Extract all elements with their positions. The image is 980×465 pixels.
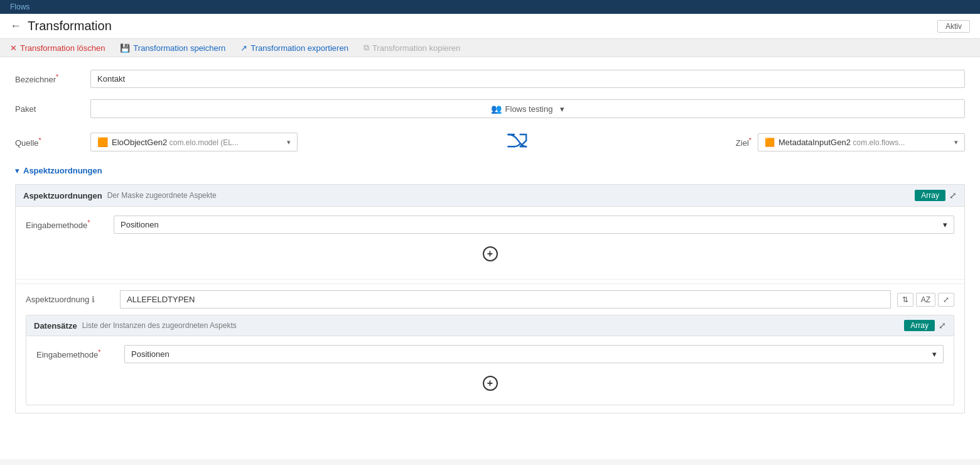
- datensaetze-expand-icon[interactable]: ⤢: [939, 320, 946, 331]
- section-toggle-icon: ▾: [15, 166, 19, 175]
- ziel-label: Ziel*: [736, 136, 751, 148]
- header: ← Transformation Aktiv: [0, 14, 980, 39]
- aspektzuordnungen-card-header: Aspektzuordnungen Der Maske zugeordnete …: [16, 185, 964, 207]
- source-target-row: Quelle* 🟧 EloObjectGen2 com.elo.model (E…: [15, 129, 965, 155]
- shuffle-icon: [504, 129, 529, 155]
- paket-row: Paket 👥 Flows testing ▾: [15, 99, 965, 118]
- delete-label: Transformation löschen: [20, 43, 105, 53]
- aktiv-badge[interactable]: Aktiv: [937, 20, 970, 33]
- flows-link[interactable]: Flows: [10, 3, 30, 11]
- ziel-icon: 🟧: [765, 138, 775, 147]
- card-subtitle: Der Maske zugeordnete Aspekte: [107, 191, 217, 200]
- copy-label: Transformation kopieren: [372, 43, 460, 53]
- aspektzuordnung-label: Aspektzuordnung ℹ: [26, 295, 114, 304]
- datensaetze-eingabemethode-value: Positionen: [131, 349, 170, 359]
- paket-selector[interactable]: 👥 Flows testing ▾: [90, 99, 965, 118]
- ziel-chevron: ▾: [954, 138, 958, 146]
- expand-aspekt-button[interactable]: ⤢: [938, 293, 954, 307]
- datensaetze-add-btn-row: +: [36, 371, 944, 396]
- quelle-selector[interactable]: 🟧 EloObjectGen2 com.elo.model (EL... ▾: [90, 133, 298, 151]
- save-icon: 💾: [120, 43, 130, 53]
- transform-center: [298, 129, 736, 155]
- page-title: Transformation: [28, 19, 112, 33]
- eingabemethode-label: Eingabemethode*: [26, 219, 114, 230]
- datensaetze-body: Eingabemethode* Positionen ▾ +: [26, 336, 954, 405]
- ziel-selector[interactable]: 🟧 MetadataInputGen2 com.elo.flows... ▾: [758, 133, 965, 151]
- datensaetze-header-left: Datensätze Liste der Instanzen des zugeo…: [34, 321, 237, 331]
- datensaetze-header: Datensätze Liste der Instanzen des zugeo…: [26, 315, 954, 336]
- az-button[interactable]: AZ: [916, 293, 935, 307]
- top-bar: Flows: [0, 0, 980, 14]
- card-body: Eingabemethode* Positionen ▾ +: [16, 207, 964, 275]
- back-button[interactable]: ←: [10, 19, 21, 33]
- datensaetze-eingabemethode-label: Eingabemethode*: [36, 348, 124, 359]
- card-header-right: Array ⤢: [915, 190, 957, 201]
- card-header-left: Aspektzuordnungen Der Maske zugeordnete …: [23, 191, 217, 200]
- bezeichner-label: Bezeichner*: [15, 73, 90, 84]
- save-button[interactable]: 💾 Transformation speichern: [120, 43, 225, 53]
- paket-value: Flows testing: [505, 104, 553, 114]
- add-btn-row: +: [26, 241, 954, 266]
- eingabemethode-value: Positionen: [121, 220, 159, 229]
- copy-icon: ⧉: [363, 43, 369, 53]
- datensaetze-add-button[interactable]: +: [483, 376, 498, 391]
- aspekt-actions: ⇅ AZ ⤢: [897, 293, 954, 307]
- aspektzuordnung-row: Aspektzuordnung ℹ ⇅ AZ ⤢: [16, 283, 964, 315]
- quelle-text: EloObjectGen2 com.elo.model (EL...: [112, 138, 283, 147]
- ziel-text: MetadataInputGen2 com.elo.flows...: [778, 138, 950, 147]
- export-icon: ↗: [240, 43, 247, 53]
- sort-button[interactable]: ⇅: [897, 293, 913, 307]
- paket-label: Paket: [15, 104, 90, 114]
- save-label: Transformation speichern: [133, 43, 225, 53]
- section-title: Aspektzuordnungen: [23, 166, 102, 175]
- add-button[interactable]: +: [483, 246, 498, 261]
- card-title: Aspektzuordnungen: [23, 191, 102, 200]
- datensaetze-subtitle: Liste der Instanzen des zugeordneten Asp…: [82, 321, 237, 330]
- export-label: Transformation exportieren: [250, 43, 348, 53]
- aspektzuordnungen-section-header[interactable]: ▾ Aspektzuordnungen: [15, 166, 965, 175]
- toolbar: ✕ Transformation löschen 💾 Transformatio…: [0, 39, 980, 57]
- bezeichner-row: Bezeichner*: [15, 70, 965, 88]
- array-badge[interactable]: Array: [915, 190, 945, 201]
- aspektzuordnungen-card: Aspektzuordnungen Der Maske zugeordnete …: [15, 184, 965, 413]
- datensaetze-eingabemethode-row: Eingabemethode* Positionen ▾: [36, 345, 944, 363]
- expand-icon[interactable]: ⤢: [949, 190, 957, 200]
- eingabemethode-select[interactable]: Positionen ▾: [114, 216, 954, 234]
- info-icon[interactable]: ℹ: [92, 295, 95, 304]
- datensaetze-array-badge[interactable]: Array: [904, 320, 935, 331]
- paket-chevron: ▾: [560, 104, 564, 114]
- main-content: Bezeichner* Paket 👥 Flows testing ▾ Quel…: [0, 57, 980, 459]
- package-icon: 👥: [491, 104, 502, 114]
- delete-button[interactable]: ✕ Transformation löschen: [10, 43, 105, 53]
- header-left: ← Transformation: [10, 19, 112, 33]
- datensaetze-header-right: Array ⤢: [904, 320, 946, 331]
- delete-icon: ✕: [10, 43, 17, 53]
- quelle-icon: 🟧: [97, 137, 108, 147]
- datensaetze-eingabemethode-chevron: ▾: [932, 349, 937, 359]
- quelle-label: Quelle*: [15, 136, 90, 148]
- datensaetze-title: Datensätze: [34, 321, 77, 331]
- eingabemethode-row: Eingabemethode* Positionen ▾: [26, 216, 954, 234]
- card-divider: [16, 279, 964, 280]
- datensaetze-eingabemethode-select[interactable]: Positionen ▾: [124, 345, 944, 363]
- aspektzuordnung-input[interactable]: [120, 290, 891, 309]
- datensaetze-card: Datensätze Liste der Instanzen des zugeo…: [26, 315, 954, 405]
- quelle-chevron: ▾: [287, 138, 291, 146]
- copy-button[interactable]: ⧉ Transformation kopieren: [363, 43, 460, 53]
- bezeichner-input[interactable]: [90, 70, 965, 88]
- eingabemethode-chevron: ▾: [943, 220, 947, 229]
- export-button[interactable]: ↗ Transformation exportieren: [240, 43, 348, 53]
